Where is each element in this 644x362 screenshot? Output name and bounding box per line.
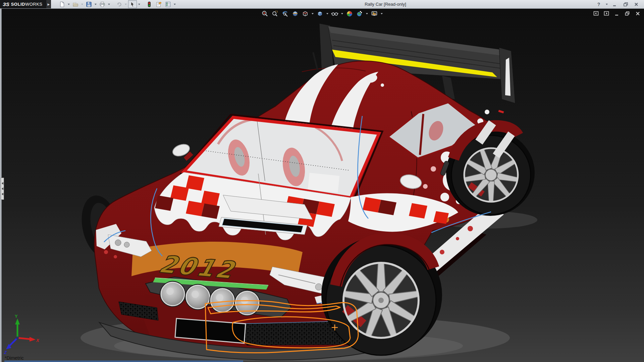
minimize-document-icon	[614, 11, 620, 16]
new-dropdown[interactable]	[67, 0, 70, 8]
triad-z-label: Z	[4, 350, 7, 355]
apply-scene-dropdown[interactable]	[366, 10, 368, 18]
document-window-controls	[593, 10, 641, 16]
display-style-dropdown[interactable]	[326, 10, 329, 18]
view-orientation-label: *Dimetric	[5, 355, 24, 361]
open-dropdown[interactable]	[80, 0, 84, 8]
options-dropdown[interactable]	[173, 0, 176, 8]
display-style-icon	[317, 10, 323, 17]
previous-view-button[interactable]	[281, 10, 289, 18]
view-settings-button[interactable]	[370, 10, 378, 18]
rebuild-button[interactable]	[145, 0, 154, 8]
view-settings-dropdown[interactable]	[380, 10, 383, 18]
new-document-icon	[59, 1, 65, 7]
menu-expand-arrow[interactable]: ▶	[46, 0, 51, 8]
help-dropdown[interactable]	[605, 0, 608, 8]
select-button[interactable]	[128, 0, 137, 8]
options-button[interactable]	[164, 0, 172, 8]
minimize-icon	[612, 2, 617, 7]
zoom-to-fit-icon	[262, 10, 268, 17]
solidworks-window: ЗS SOLIDWORKS ▶	[0, 0, 644, 362]
close-document-button[interactable]	[635, 10, 641, 16]
pane-right-icon	[604, 11, 609, 16]
zoom-to-area-button[interactable]	[271, 10, 279, 18]
roof-antenna	[313, 53, 317, 69]
close-icon	[634, 2, 639, 7]
reference-triad: Y X Z	[4, 314, 40, 355]
undo-dropdown[interactable]	[124, 0, 127, 8]
undo-icon	[116, 1, 122, 7]
expand-pane-left-button[interactable]	[593, 10, 599, 16]
select-dropdown[interactable]	[138, 0, 141, 8]
save-button[interactable]	[85, 0, 93, 8]
new-button[interactable]	[58, 0, 66, 8]
graphics-viewport[interactable]: 2012	[0, 9, 644, 362]
section-view-icon	[292, 10, 299, 17]
previous-view-icon	[282, 10, 288, 17]
print-button[interactable]	[98, 0, 107, 8]
hide-show-items-dropdown[interactable]	[341, 10, 343, 18]
print-dropdown[interactable]	[107, 0, 111, 8]
display-style-button[interactable]	[316, 10, 324, 18]
triad-x-label: X	[36, 338, 40, 343]
help-button[interactable]: ?	[594, 1, 603, 8]
undo-button[interactable]	[115, 0, 123, 8]
view-orientation-button[interactable]	[301, 10, 309, 18]
collapse-arrow-icon	[2, 187, 3, 190]
minimize-button[interactable]	[610, 1, 619, 8]
eyeglasses-icon	[331, 10, 338, 17]
save-dropdown[interactable]	[94, 0, 97, 8]
expand-pane-right-button[interactable]	[603, 10, 609, 16]
brand-bold: SOLID	[11, 2, 25, 7]
minimize-document-button[interactable]	[614, 10, 620, 16]
file-properties-icon	[156, 1, 162, 7]
apply-scene-icon	[356, 10, 363, 17]
window-controls: ?	[594, 0, 644, 8]
pane-left-icon	[593, 11, 599, 16]
triad-y-label: Y	[15, 314, 18, 319]
edit-appearance-button[interactable]	[345, 10, 354, 18]
restore-icon	[623, 2, 628, 7]
left-mirror[interactable]	[171, 142, 193, 161]
section-view-button[interactable]	[291, 10, 299, 18]
brand-light: WORKS	[25, 2, 43, 7]
close-button[interactable]	[632, 1, 641, 8]
appearance-ball-icon	[346, 10, 353, 17]
open-folder-icon	[72, 1, 78, 7]
window-title: Rally Car [Read-only]	[176, 0, 594, 8]
solidworks-logo: ЗS SOLIDWORKS	[0, 0, 46, 8]
open-button[interactable]	[71, 0, 80, 8]
file-properties-button[interactable]	[154, 0, 163, 8]
title-bar: ЗS SOLIDWORKS ▶	[0, 0, 644, 9]
standard-toolbar	[51, 0, 176, 8]
close-document-icon	[635, 11, 640, 16]
ds-logo-mark: ЗS	[3, 1, 9, 7]
restore-button[interactable]	[621, 1, 630, 8]
collapse-arrow-icon	[2, 193, 3, 195]
collapse-arrow-icon	[2, 182, 3, 185]
options-checklist-icon	[165, 1, 171, 7]
hide-show-items-button[interactable]	[331, 10, 339, 18]
zoom-to-fit-button[interactable]	[261, 10, 269, 18]
status-bar-edge	[4, 361, 243, 362]
apply-scene-button[interactable]	[356, 10, 364, 18]
select-cursor-icon	[129, 1, 136, 7]
panel-splitter-handle[interactable]	[1, 178, 4, 200]
view-settings-icon	[371, 10, 378, 17]
save-floppy-icon	[86, 1, 92, 7]
heads-up-view-toolbar	[261, 10, 383, 18]
view-orientation-icon	[302, 10, 309, 17]
rally-car-3d-scene[interactable]: 2012	[0, 9, 644, 362]
print-icon	[99, 1, 105, 7]
zoom-to-area-icon	[272, 10, 278, 17]
restore-document-icon	[625, 11, 630, 16]
restore-document-button[interactable]	[624, 10, 630, 16]
traffic-light-icon	[146, 1, 152, 7]
view-orientation-dropdown[interactable]	[311, 10, 314, 18]
